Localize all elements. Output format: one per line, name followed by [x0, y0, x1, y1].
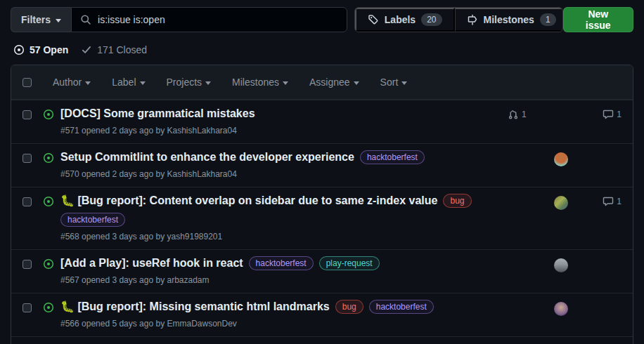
projects-filter-dropdown[interactable]: Projects [167, 77, 212, 88]
issue-select-checkbox[interactable] [22, 303, 32, 312]
linked-pr-count: 1 [522, 110, 527, 119]
issue-title-link[interactable]: 🐛 [Bug report]: Content overlap on sideb… [60, 194, 437, 208]
comment-icon [603, 109, 614, 120]
assignee-filter-dropdown[interactable]: Assignee [309, 77, 359, 88]
select-all-checkbox[interactable] [22, 78, 32, 87]
list-bottom-divider [11, 336, 633, 344]
chevron-down-icon [205, 81, 211, 85]
list-filter-bar: Author Label Projects Milestones Assigne… [53, 77, 407, 88]
author-filter-label: Author [53, 77, 82, 88]
avatar-image [554, 196, 568, 210]
chevron-down-icon [354, 81, 359, 85]
issue-main: Setup Commitlint to enhance the develope… [60, 150, 501, 179]
linked-pr-indicator[interactable]: 1 [508, 109, 527, 120]
labels-button[interactable]: Labels 20 [355, 8, 455, 32]
comment-icon [603, 196, 614, 207]
issue-label[interactable]: play-request [319, 256, 380, 270]
labels-count-badge: 20 [421, 13, 442, 26]
issue-meta: #568 opened 3 days ago by yash91989201 [60, 232, 495, 242]
assignee-avatar[interactable] [554, 258, 568, 272]
projects-filter-label: Projects [167, 77, 202, 88]
closed-issues-toggle[interactable]: 171 Closed [81, 44, 147, 55]
issue-label[interactable]: hacktoberfest [369, 300, 434, 314]
issue-opened-icon [43, 109, 54, 120]
issue-label[interactable]: bug [443, 194, 471, 208]
search-icon [80, 14, 91, 25]
issues-search-box[interactable] [71, 7, 347, 32]
issues-list-header: Author Label Projects Milestones Assigne… [11, 65, 633, 100]
comment-count-button[interactable]: 1 [603, 196, 622, 207]
filters-label: Filters [21, 14, 51, 25]
issue-side: 1 [501, 196, 622, 210]
chevron-down-icon [85, 81, 91, 85]
issue-row: 🐛 [Bug report]: Content overlap on sideb… [11, 187, 633, 249]
filters-dropdown-button[interactable]: Filters [11, 7, 71, 32]
label-filter-label: Label [112, 77, 136, 88]
issue-row: 🐛 [Bug report]: Missing semantic html la… [11, 293, 633, 336]
issue-select-checkbox[interactable] [22, 197, 32, 206]
milestones-filter-dropdown[interactable]: Milestones [232, 77, 288, 88]
sort-filter-dropdown[interactable]: Sort [380, 77, 408, 88]
chevron-down-icon [140, 81, 146, 85]
author-filter-dropdown[interactable]: Author [53, 77, 91, 88]
sort-filter-label: Sort [380, 77, 399, 88]
issue-label[interactable]: hacktoberfest [360, 150, 425, 164]
issue-main: [DOCS] Some grammatical mistakes #571 op… [60, 107, 501, 135]
issues-list: Author Label Projects Milestones Assigne… [11, 65, 633, 344]
labels-milestones-group: Labels 20 Milestones 1 [354, 7, 563, 32]
open-issues-toggle[interactable]: 57 Open [13, 44, 68, 55]
issue-meta: #566 opened 5 days ago by EmmaDawsonDev [60, 319, 495, 329]
chevron-down-icon [56, 19, 61, 22]
issue-row: [Add a Play]: useRef hook in react hackt… [11, 249, 633, 293]
assignee-filter-label: Assignee [309, 77, 350, 88]
assignee-avatar[interactable] [554, 152, 568, 166]
issue-side [501, 258, 622, 272]
comment-count: 1 [617, 197, 622, 206]
assignee-avatar[interactable] [554, 196, 568, 210]
new-issue-button[interactable]: New issue [563, 7, 633, 32]
assignee-avatar[interactable] [554, 302, 568, 316]
issue-main: 🐛 [Bug report]: Missing semantic html la… [60, 300, 501, 329]
milestone-icon [467, 14, 478, 25]
issue-label[interactable]: hacktoberfest [60, 213, 125, 227]
issue-meta: #567 opened 3 days ago by arbazadam [60, 275, 495, 285]
issue-opened-icon [13, 44, 25, 55]
issue-row: [DOCS] Some grammatical mistakes #571 op… [11, 100, 633, 143]
issue-opened-icon [43, 302, 54, 313]
issue-side: 1 1 [501, 109, 622, 120]
issue-main: 🐛 [Bug report]: Content overlap on sideb… [60, 194, 501, 242]
issue-meta: #570 opened 2 days ago by KashishLakhara… [60, 169, 495, 179]
search-input[interactable] [98, 14, 338, 25]
issue-side [501, 302, 622, 316]
issue-title-link[interactable]: [DOCS] Some grammatical mistakes [60, 107, 255, 121]
avatar-image [554, 258, 568, 272]
issue-title-link[interactable]: Setup Commitlint to enhance the develope… [60, 150, 354, 164]
milestones-count-badge: 1 [540, 13, 556, 26]
issue-label[interactable]: hacktoberfest [249, 256, 314, 270]
issue-opened-icon [43, 258, 54, 270]
issue-opened-icon [43, 152, 54, 164]
issue-label[interactable]: bug [335, 300, 363, 314]
issue-title-link[interactable]: [Add a Play]: useRef hook in react [60, 256, 243, 270]
label-filter-dropdown[interactable]: Label [112, 77, 145, 88]
git-pull-request-icon [508, 109, 519, 120]
comment-count: 1 [617, 110, 622, 119]
issue-meta: #571 opened 2 days ago by KashishLakhara… [60, 126, 495, 135]
chevron-down-icon [401, 81, 407, 85]
comment-count-button[interactable]: 1 [603, 109, 622, 120]
issue-select-checkbox[interactable] [22, 154, 32, 163]
milestones-button[interactable]: Milestones 1 [455, 8, 563, 32]
tag-icon [368, 14, 379, 25]
open-count-label: 57 Open [30, 44, 68, 55]
issue-side [501, 152, 622, 166]
issue-select-checkbox[interactable] [22, 260, 32, 269]
issue-main: [Add a Play]: useRef hook in react hackt… [60, 256, 501, 285]
issues-state-bar: 57 Open 171 Closed [13, 44, 633, 55]
check-icon [81, 44, 92, 55]
milestones-label: Milestones [484, 14, 534, 25]
issue-select-checkbox[interactable] [22, 110, 32, 119]
chevron-down-icon [283, 81, 288, 85]
avatar-image [554, 152, 568, 166]
issue-title-link[interactable]: 🐛 [Bug report]: Missing semantic html la… [60, 300, 330, 314]
issues-toolbar: Filters Labels 20 Milestones 1 New issue [0, 0, 644, 32]
